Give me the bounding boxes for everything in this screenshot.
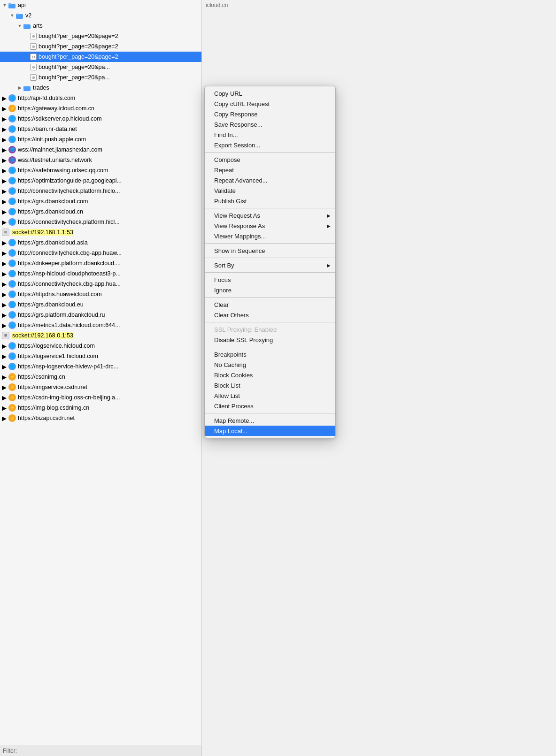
svg-rect-1	[8, 3, 11, 5]
tree-item-h27[interactable]: ▶⚡https://imgservice.csdn.net	[0, 382, 201, 392]
tree-item-h11[interactable]: ▶🌐https://grs.dbankcloud.com	[0, 196, 201, 206]
tree-item-v2[interactable]: ▼ v2	[0, 10, 201, 21]
menu-item-repeat-advanced[interactable]: Repeat Advanced...	[205, 175, 335, 185]
menu-item-map-remote[interactable]: Map Remote...	[205, 415, 335, 426]
tree-item-h1[interactable]: ▶🌐http://api-fd.dutils.com	[0, 93, 201, 103]
tree-item-h16[interactable]: ▶🌐https://dnkeeper.platform.dbankcloud..…	[0, 258, 201, 268]
tree-item-h14[interactable]: ▶🌐https://grs.dbankcloud.asia	[0, 237, 201, 248]
menu-item-clear[interactable]: Clear	[205, 299, 335, 310]
tree-item-h8[interactable]: ▶🌐https://safebrowsing.urlsec.qq.com	[0, 165, 201, 176]
tree-item-h23[interactable]: ▶🌐https://logservice.hicloud.com	[0, 341, 201, 351]
tree-item-h12[interactable]: ▶🌐https://grs.dbankcloud.cn	[0, 206, 201, 217]
tree-item-h29[interactable]: ▶⚡https://img-blog.csdnimg.cn	[0, 403, 201, 413]
folder-icon	[23, 23, 31, 29]
menu-item-label-show-in-sequence: Show in Sequence	[214, 247, 265, 254]
tree-item-h28[interactable]: ▶⚡https://csdn-img-blog.oss-cn-beijing.a…	[0, 392, 201, 403]
tree-item-h21[interactable]: ▶🌐https://grs.platform.dbankcloud.ru	[0, 310, 201, 320]
svg-rect-5	[23, 24, 26, 25]
tree-item-h9[interactable]: ▶🌐https://optimizationguide-pa.googleapi…	[0, 176, 201, 186]
request-icon: ⊙	[30, 53, 37, 60]
tree-item-h24[interactable]: ▶🌐https://logservice1.hicloud.com	[0, 351, 201, 361]
menu-item-copy-response[interactable]: Copy Response	[205, 109, 335, 119]
tree-item-req5[interactable]: ⊙bought?per_page=20&pa...	[0, 72, 201, 83]
menu-item-view-response-as[interactable]: View Response As▶	[205, 221, 335, 231]
menu-item-block-list[interactable]: Block List	[205, 380, 335, 390]
tree-item-req4[interactable]: ⊙bought?per_page=20&pa...	[0, 62, 201, 72]
menu-item-find-in[interactable]: Find In...	[205, 130, 335, 140]
tree-item-trades[interactable]: ▶ trades	[0, 83, 201, 93]
tree-item-h13[interactable]: ▶🌐https://connectivitycheck.platform.hic…	[0, 217, 201, 227]
menu-item-validate[interactable]: Validate	[205, 185, 335, 196]
tree-item-h7[interactable]: ▶🌐wss://testnet.uniarts.network	[0, 155, 201, 165]
menu-item-ignore[interactable]: Ignore	[205, 285, 335, 295]
menu-item-view-request-as[interactable]: View Request As▶	[205, 210, 335, 221]
menu-item-clear-others[interactable]: Clear Others	[205, 310, 335, 320]
globe-icon: 🌐	[8, 321, 16, 329]
tree-item-h25[interactable]: ▶🌐https://nsp-logservice-hiview-p41-drc.…	[0, 361, 201, 372]
globe-icon: 🌐	[8, 125, 16, 133]
menu-item-map-local[interactable]: Map Local...	[205, 426, 335, 436]
globe-icon: 🌐	[8, 208, 16, 215]
globe-icon: 🌐	[8, 290, 16, 298]
tree-item-api[interactable]: ▼ api	[0, 0, 201, 10]
tree-item-h6[interactable]: ▶🌐wss://mainnet.jiamashexian.com	[0, 145, 201, 155]
tree-item-h22[interactable]: ▶🌐https://metrics1.data.hicloud.com:644.…	[0, 320, 201, 330]
menu-item-breakpoints[interactable]: Breakpoints	[205, 349, 335, 359]
menu-item-client-process[interactable]: Client Process	[205, 401, 335, 411]
menu-item-copy-curl[interactable]: Copy cURL Request	[205, 99, 335, 109]
menu-item-save-response[interactable]: Save Response...	[205, 119, 335, 130]
menu-item-viewer-mappings[interactable]: Viewer Mappings...	[205, 231, 335, 241]
tree-item-s1[interactable]: ⊞socket://192.168.1.1:53	[0, 227, 201, 237]
globe-icon: 🌐	[8, 260, 16, 267]
menu-item-block-cookies[interactable]: Block Cookies	[205, 370, 335, 380]
tree-item-req1[interactable]: ⊙bought?per_page=20&page=2	[0, 31, 201, 41]
menu-item-label-copy-curl: Copy cURL Request	[214, 100, 270, 107]
globe-icon: 🌐	[8, 177, 16, 184]
tree-item-req2[interactable]: ⊙bought?per_page=20&page=2	[0, 41, 201, 52]
tree-item-req3[interactable]: ⊙bought?per_page=20&page=2	[0, 52, 201, 62]
item-label: bought?per_page=20&pa...	[39, 64, 110, 70]
menu-item-compose[interactable]: Compose	[205, 154, 335, 165]
menu-item-disable-ssl-proxying[interactable]: Disable SSL Proxying	[205, 335, 335, 345]
menu-item-label-copy-url: Copy URL	[214, 90, 242, 97]
tree-item-h15[interactable]: ▶🌐http://connectivitycheck.cbg-app.huaw.…	[0, 248, 201, 258]
menu-item-show-in-sequence[interactable]: Show in Sequence	[205, 245, 335, 256]
tree-item-h5[interactable]: ▶🌐https://init.push.apple.com	[0, 134, 201, 145]
menu-item-publish-gist[interactable]: Publish Gist	[205, 196, 335, 206]
globe-icon: 🌐	[8, 352, 16, 360]
tree-item-h10[interactable]: ▶🌐http://connectivitycheck.platform.hicl…	[0, 186, 201, 196]
globe-icon: 🌐	[8, 249, 16, 257]
tree-item-h18[interactable]: ▶🌐https://connectivitycheck.cbg-app.hua.…	[0, 279, 201, 289]
item-label: https://csdnimg.cn	[18, 374, 65, 380]
tree-item-h20[interactable]: ▶🌐https://grs.dbankcloud.eu	[0, 299, 201, 310]
item-label: https://sdkserver.op.hicloud.com	[18, 115, 102, 122]
globe-dark-icon: 🌐	[8, 156, 16, 164]
tree-item-h3[interactable]: ▶🌐https://sdkserver.op.hicloud.com	[0, 114, 201, 124]
tree-item-h2[interactable]: ▶⚡https://gateway.icloud.com.cn	[0, 103, 201, 114]
tree-item-h17[interactable]: ▶🌐https://nsp-hicloud-cloudphotoeast3-p.…	[0, 268, 201, 279]
tree-item-s2[interactable]: ⊞socket://192.168.0.1:53	[0, 330, 201, 341]
tree-item-h4[interactable]: ▶🌐https://bam.nr-data.net	[0, 124, 201, 134]
submenu-arrow-sort-by: ▶	[327, 263, 331, 268]
menu-item-no-caching[interactable]: No Caching	[205, 359, 335, 370]
item-label: https://dnkeeper.platform.dbankcloud....	[18, 260, 121, 267]
menu-item-allow-list[interactable]: Allow List	[205, 390, 335, 401]
tree-item-h19[interactable]: ▶🌐https://httpdns.huaweicloud.com	[0, 289, 201, 299]
item-label: arts	[33, 23, 43, 29]
menu-item-label-view-response-as: View Response As	[214, 222, 265, 229]
item-label: socket://192.168.1.1:53	[11, 229, 74, 236]
menu-item-focus[interactable]: Focus	[205, 275, 335, 285]
menu-item-export-session[interactable]: Export Session...	[205, 140, 335, 150]
tree-item-h26[interactable]: ▶⚡https://csdnimg.cn	[0, 372, 201, 382]
folder-icon	[23, 85, 31, 91]
menu-item-repeat[interactable]: Repeat	[205, 165, 335, 175]
globe-icon: 🌐	[8, 280, 16, 288]
socket-icon: ⊞	[2, 332, 9, 339]
item-label: bought?per_page=20&pa...	[39, 74, 110, 81]
menu-item-sort-by[interactable]: Sort By▶	[205, 260, 335, 270]
menu-item-copy-url[interactable]: Copy URL	[205, 88, 335, 99]
item-label: https://connectivitycheck.platform.hicl.…	[18, 219, 120, 225]
tree-item-h30[interactable]: ▶⚡https://bizapi.csdn.net	[0, 413, 201, 423]
item-label: https://bam.nr-data.net	[18, 126, 77, 132]
tree-item-arts[interactable]: ▼ arts	[0, 21, 201, 31]
